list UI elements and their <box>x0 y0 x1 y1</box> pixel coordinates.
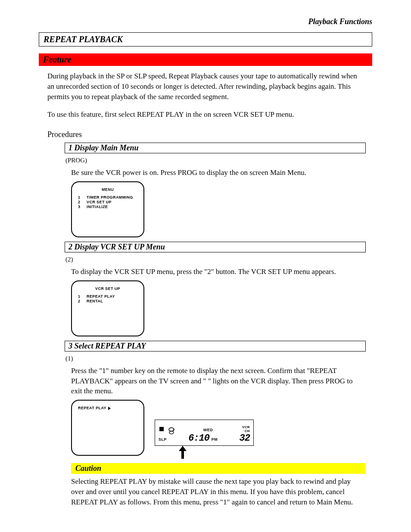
svg-marker-3 <box>179 446 187 459</box>
menu-item-3-label: INITIALIZE <box>87 205 108 209</box>
caution-bar: Caution <box>71 463 366 474</box>
feature-bar: Feature <box>39 53 372 66</box>
day-label: WED <box>203 428 213 432</box>
vcr-mode-label: VCR <box>242 425 250 429</box>
vcr-display-panel: WED VCR CH SLP 6:10 PM 32 <box>155 420 254 446</box>
setup-item-2-label: RENTAL <box>87 299 103 304</box>
tv-screen-vcr-setup: VCR SET UP 1REPEAT PLAY 2RENTAL <box>71 280 144 336</box>
menu-item-3: 3INITIALIZE <box>78 205 137 209</box>
arrow-up-icon <box>179 446 187 459</box>
repeat-loop-icon <box>168 427 174 433</box>
svg-point-0 <box>169 428 174 431</box>
caution-body: Selecting REPEAT PLAY by mistake will ca… <box>71 476 364 507</box>
step-1-body: Be sure the VCR power is on. Press PROG … <box>71 168 364 178</box>
tv-screen-main-menu: MENU 1TIMER PROGRAMMING 2VCR SET UP 3INI… <box>71 181 144 237</box>
menu-heading: MENU <box>78 187 137 192</box>
repeat-play-label: REPEAT PLAY <box>78 406 106 410</box>
channel-label: CH <box>242 429 250 433</box>
clock-ampm: PM <box>212 437 218 442</box>
menu-item-1-label: TIMER PROGRAMMING <box>87 195 133 200</box>
body-para-2: To use this feature, first select REPEAT… <box>47 109 364 120</box>
setup-item-1-label: REPEAT PLAY <box>87 294 115 299</box>
step-3-title: 3 Select REPEAT PLAY <box>65 341 366 352</box>
step-3-body: Press the "1" number key on the remote t… <box>71 366 364 396</box>
step-2-sub: (2) <box>65 256 364 263</box>
setup-item-1: 1REPEAT PLAY <box>78 294 137 299</box>
setup-heading: VCR SET UP <box>78 286 137 291</box>
speed-label: SLP <box>159 437 167 442</box>
step-2-body: To display the VCR SET UP menu, press th… <box>71 267 364 277</box>
menu-item-2-label: VCR SET UP <box>87 200 112 205</box>
step-1-title: 1 Display Main Menu <box>65 143 366 153</box>
clock-time: 6:10 <box>188 433 209 444</box>
body-para-1: During playback in the SP or SLP speed, … <box>47 71 364 102</box>
page-title-box: REPEAT PLAYBACK <box>39 32 372 47</box>
menu-item-1: 1TIMER PROGRAMMING <box>78 195 137 200</box>
step-3-sub: (1) <box>65 355 364 362</box>
step-2-title: 2 Display VCR SET UP Menu <box>65 242 366 252</box>
procedures-label: Procedures <box>47 130 364 139</box>
step-1-sub: (PROG) <box>65 157 364 164</box>
section-header: Playback Functions <box>30 17 381 26</box>
menu-item-2: 2VCR SET UP <box>78 200 137 205</box>
tv-screen-repeat-play: REPEAT PLAY <box>71 400 144 456</box>
stop-icon <box>159 427 164 431</box>
page-title: REPEAT PLAYBACK <box>44 34 123 44</box>
play-triangle-icon <box>108 407 111 410</box>
setup-item-2: 2RENTAL <box>78 299 137 304</box>
channel-number: 32 <box>240 433 250 444</box>
